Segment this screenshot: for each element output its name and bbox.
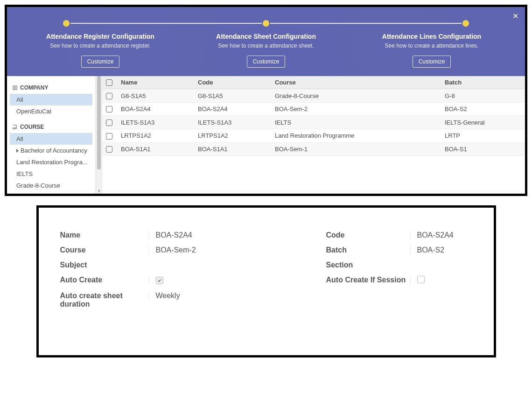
table-row[interactable]: BOA-S1A1 BOA-S1A1 BOA-Sem-1 BOA-S1 bbox=[102, 142, 525, 156]
col-name[interactable]: Name bbox=[117, 76, 194, 89]
auto-create-checkbox[interactable]: ✔ bbox=[156, 277, 163, 284]
customize-button[interactable]: Customize bbox=[413, 56, 451, 68]
step-title: Attendance Register Configuration bbox=[35, 32, 166, 41]
table-row[interactable]: LRTPS1A2 LRTPS1A2 Land Restoration Progr… bbox=[102, 129, 525, 143]
cell-code: G8-S1A5 bbox=[194, 89, 271, 103]
auto-create-if-session-checkbox[interactable] bbox=[417, 276, 425, 283]
step-title: Attendance Lines Configuration bbox=[366, 32, 497, 41]
attendance-register-table: Name Code Course Batch G8-S1A5 G8-S1A5 G… bbox=[102, 76, 525, 156]
value-code: BOA-S2A4 bbox=[410, 231, 480, 239]
sidebar-group-label: COURSE bbox=[20, 124, 44, 130]
sidebar-item-ielts[interactable]: IELTS bbox=[10, 168, 92, 180]
sidebar-group-course[interactable]: COURSE bbox=[13, 124, 90, 130]
step-dot-3 bbox=[462, 20, 469, 27]
table-header-row: Name Code Course Batch bbox=[102, 76, 525, 89]
step-subtitle: See how to create a attendance register. bbox=[35, 42, 166, 50]
sidebar-group-company[interactable]: COMPANY bbox=[13, 84, 90, 91]
row-checkbox[interactable] bbox=[106, 133, 112, 140]
label-code: Code bbox=[326, 231, 410, 239]
caret-right-icon bbox=[16, 149, 19, 153]
cell-name: LRTPS1A2 bbox=[117, 129, 194, 143]
scrollbar-thumb[interactable] bbox=[97, 76, 101, 169]
cell-code: ILETS-S1A3 bbox=[194, 116, 271, 129]
cell-batch: BOA-S1 bbox=[441, 142, 525, 156]
sidebar-item-openeducat[interactable]: OpenEduCat bbox=[10, 105, 92, 117]
table-row[interactable]: ILETS-S1A3 ILETS-S1A3 IELTS IELTS-Genera… bbox=[102, 116, 525, 129]
svg-rect-2 bbox=[15, 87, 16, 88]
close-icon[interactable]: ✕ bbox=[512, 12, 518, 21]
cell-course: BOA-Sem-2 bbox=[271, 102, 441, 116]
table-row[interactable]: G8-S1A5 G8-S1A5 Grade-8-Course G-8 bbox=[102, 89, 525, 103]
sidebar-item-label: Grade-8-Course bbox=[16, 182, 60, 189]
row-checkbox[interactable] bbox=[106, 146, 112, 153]
label-name: Name bbox=[60, 231, 149, 239]
customize-button[interactable]: Customize bbox=[247, 56, 286, 68]
step-line bbox=[70, 23, 262, 24]
onboarding-and-list-panel: ✕ Attendance Register Configuration See … bbox=[5, 5, 527, 196]
cell-course: Land Restoration Programme bbox=[271, 129, 441, 143]
book-icon bbox=[13, 125, 17, 129]
value-batch: BOA-S2 bbox=[410, 246, 480, 254]
sidebar-item-grade8[interactable]: Grade-8-Course bbox=[10, 180, 92, 191]
sidebar-item-land-restoration[interactable]: Land Restoration Progra... bbox=[10, 156, 92, 168]
cell-batch: LRTP bbox=[441, 129, 525, 143]
label-section: Section bbox=[326, 261, 410, 269]
scroll-down-icon[interactable]: ▾ bbox=[96, 188, 102, 194]
cell-name: ILETS-S1A3 bbox=[117, 116, 194, 129]
sidebar-item-label: IELTS bbox=[16, 170, 33, 177]
sidebar-item-all-company[interactable]: All bbox=[10, 94, 92, 105]
sidebar-item-label: Bachelor of Accountancy bbox=[21, 147, 87, 154]
main-content: COMPANY All OpenEduCat COURSE All Bachel… bbox=[7, 76, 525, 194]
row-checkbox[interactable] bbox=[106, 93, 112, 99]
onboarding-step-sheet: Attendance Sheet Configuration See how t… bbox=[201, 32, 331, 68]
cell-name: G8-S1A5 bbox=[117, 89, 194, 103]
step-title: Attendance Sheet Configuration bbox=[201, 32, 331, 41]
svg-rect-3 bbox=[14, 88, 15, 89]
cell-course: BOA-Sem-1 bbox=[271, 142, 441, 156]
cell-course: Grade-8-Course bbox=[271, 89, 441, 103]
building-icon bbox=[13, 85, 17, 90]
value-auto-create-if-session bbox=[410, 276, 480, 285]
step-subtitle: See how to create a attendance lines. bbox=[366, 42, 497, 50]
cell-course: IELTS bbox=[271, 116, 441, 129]
svg-rect-4 bbox=[15, 88, 16, 89]
svg-rect-1 bbox=[14, 87, 15, 88]
cell-batch: IELTS-General bbox=[441, 116, 525, 129]
onboarding-hero: ✕ Attendance Register Configuration See … bbox=[7, 7, 525, 76]
sidebar-item-all-course[interactable]: All bbox=[10, 133, 92, 145]
record-detail-panel: Name BOA-S2A4 Code BOA-S2A4 Course BOA-S… bbox=[36, 205, 496, 357]
sidebar-group-label: COMPANY bbox=[20, 84, 48, 91]
sidebar-item-label: All bbox=[16, 135, 23, 142]
cell-name: BOA-S1A1 bbox=[117, 142, 194, 156]
select-all-header[interactable] bbox=[102, 76, 117, 89]
label-auto-create: Auto Create bbox=[60, 276, 149, 284]
onboarding-step-register: Attendance Register Configuration See ho… bbox=[35, 32, 166, 68]
cell-batch: BOA-S2 bbox=[441, 102, 525, 116]
col-code[interactable]: Code bbox=[194, 76, 271, 89]
sidebar-item-label: All bbox=[16, 96, 23, 103]
row-checkbox[interactable] bbox=[106, 106, 112, 112]
customize-button[interactable]: Customize bbox=[81, 56, 120, 68]
checkbox-icon[interactable] bbox=[106, 79, 112, 86]
col-course[interactable]: Course bbox=[271, 76, 441, 89]
step-dot-1 bbox=[63, 20, 70, 27]
value-course: BOA-Sem-2 bbox=[149, 246, 284, 254]
table-row[interactable]: BOA-S2A4 BOA-S2A4 BOA-Sem-2 BOA-S2 bbox=[102, 102, 525, 116]
step-line bbox=[270, 23, 462, 24]
step-dot-2 bbox=[263, 20, 269, 27]
sidebar-item-bachelor[interactable]: Bachelor of Accountancy bbox=[10, 145, 92, 156]
onboarding-step-lines: Attendance Lines Configuration See how t… bbox=[366, 32, 497, 68]
col-batch[interactable]: Batch bbox=[441, 76, 525, 89]
sidebar-scrollbar[interactable]: ▾ bbox=[96, 76, 102, 194]
row-checkbox[interactable] bbox=[106, 119, 112, 126]
label-auto-create-sheet-duration: Auto create sheet duration bbox=[60, 292, 149, 308]
cell-name: BOA-S2A4 bbox=[117, 102, 194, 116]
sidebar-item-label: Land Restoration Progra... bbox=[16, 159, 87, 166]
onboarding-columns: Attendance Register Configuration See ho… bbox=[7, 32, 525, 68]
label-auto-create-if-session: Auto Create If Session bbox=[326, 276, 410, 284]
cell-code: BOA-S2A4 bbox=[194, 102, 271, 116]
search-sidebar: COMPANY All OpenEduCat COURSE All Bachel… bbox=[7, 76, 96, 194]
stepper bbox=[7, 7, 525, 32]
detail-form: Name BOA-S2A4 Code BOA-S2A4 Course BOA-S… bbox=[60, 231, 472, 308]
value-auto-create-sheet-duration: Weekly bbox=[149, 292, 284, 300]
